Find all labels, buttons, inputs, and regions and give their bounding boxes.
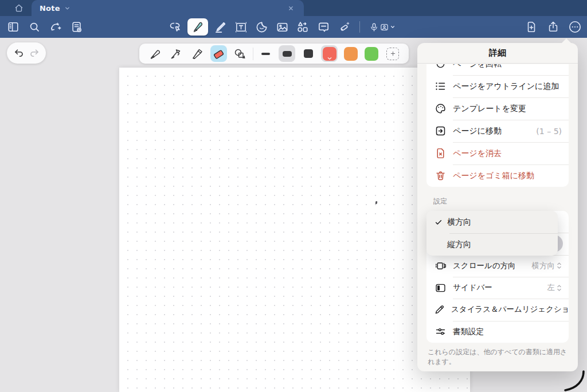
window-tab-strip: Note xyxy=(0,0,587,16)
updown-chevron-icon xyxy=(557,262,562,269)
ai-rotate-icon[interactable] xyxy=(47,18,64,36)
home-icon xyxy=(14,3,24,13)
settings-footer-note: これらの設定は、他のすべての書類に適用されます。 xyxy=(428,347,569,367)
green-swatch xyxy=(365,47,378,61)
scroll-direction-value: 横方向 xyxy=(532,261,562,271)
elements-icon[interactable] xyxy=(294,18,311,36)
thick-stroke-swatch xyxy=(304,49,313,58)
add-page-icon[interactable] xyxy=(523,18,540,36)
felt-pen-icon[interactable] xyxy=(189,45,206,62)
rotate-page-icon xyxy=(433,64,447,70)
more-options-icon[interactable] xyxy=(566,18,584,36)
palette-icon xyxy=(433,103,447,115)
stylus-icon xyxy=(433,304,445,316)
options-divider xyxy=(253,48,253,60)
fountain-pen-icon[interactable] xyxy=(147,45,163,62)
orange-swatch xyxy=(344,47,358,61)
menu-item-move-to-trash[interactable]: ページをゴミ箱に移動 xyxy=(426,164,569,187)
medium-stroke-swatch xyxy=(283,51,292,57)
page-overview-icon[interactable] xyxy=(68,18,85,36)
sidebar-position-value: 左 xyxy=(547,283,562,293)
menu-item-add-to-outline[interactable]: ページをアウトラインに追加 xyxy=(426,75,569,97)
page-actions-group: ページを回転 ページをアウトラインに追加 テンプレートを変更 ページに移動 (1… xyxy=(426,64,569,187)
details-popup: 詳細 ページを回転 ページをアウトラインに追加 テンプレートを変更 xyxy=(417,43,578,371)
chevron-down-icon[interactable] xyxy=(64,5,71,11)
image-icon[interactable] xyxy=(273,18,291,36)
settings-row-sidebar[interactable]: サイドバー 左 xyxy=(426,277,569,299)
shape-recognition-icon[interactable] xyxy=(232,45,248,62)
toolbar-left-group xyxy=(5,16,85,38)
brush-pen-icon[interactable] xyxy=(168,45,185,62)
pen-icon xyxy=(191,20,205,34)
laser-pointer-icon[interactable] xyxy=(335,18,353,36)
stroke-width-medium[interactable] xyxy=(279,45,295,62)
eraser-icon xyxy=(212,47,225,61)
checkmark-icon xyxy=(435,218,447,226)
trash-icon xyxy=(433,170,447,182)
settings-row-stylus[interactable]: スタイラス＆パームリジェクション xyxy=(426,299,569,320)
share-icon[interactable] xyxy=(545,18,562,36)
lasso-icon[interactable] xyxy=(167,18,184,36)
menu-item-clear-page[interactable]: ページを消去 xyxy=(426,142,569,164)
undo-icon[interactable] xyxy=(13,47,25,59)
eraser-tool-button[interactable] xyxy=(210,45,227,62)
tab-close-icon[interactable] xyxy=(285,3,296,13)
outline-list-icon xyxy=(433,80,447,92)
popup-title: 詳細 xyxy=(417,43,578,64)
notebook-icon[interactable] xyxy=(5,18,22,36)
menu-item-go-to-page[interactable]: ページに移動 (1 – 5) xyxy=(426,120,569,142)
settings-section-label: 設定 xyxy=(433,197,447,206)
clear-page-icon xyxy=(433,147,447,159)
ink-mark xyxy=(375,201,377,204)
highlighter-icon[interactable] xyxy=(212,18,229,36)
red-swatch xyxy=(323,47,336,61)
home-button[interactable] xyxy=(8,1,30,15)
tab-title: Note xyxy=(40,4,60,13)
toolbar-right-group xyxy=(523,16,584,38)
stroke-width-thin[interactable] xyxy=(257,45,274,62)
page-range-value: (1 – 5) xyxy=(536,127,562,136)
chevron-down-icon xyxy=(390,24,396,30)
settings-row-scroll-direction[interactable]: スクロールの方向 横方向 xyxy=(426,255,569,277)
sidebar-position-icon xyxy=(433,282,447,294)
popup-caret xyxy=(561,38,572,44)
sliders-icon xyxy=(433,326,447,338)
recording-tools-button[interactable] xyxy=(367,22,398,33)
menu-item-rotate-page-clipped[interactable]: ページを回転 xyxy=(426,64,569,75)
add-color-button[interactable] xyxy=(385,45,401,62)
dropdown-option-portrait[interactable]: 縦方向 xyxy=(426,233,558,256)
color-swatch-orange[interactable] xyxy=(342,45,359,62)
ink-stroke xyxy=(562,370,587,392)
redo-icon[interactable] xyxy=(28,47,40,59)
text-box-icon[interactable] xyxy=(232,18,249,36)
go-to-page-icon xyxy=(433,125,447,137)
tool-options-bar xyxy=(139,44,409,64)
scroll-direction-icon xyxy=(433,260,447,272)
stroke-width-thick[interactable] xyxy=(300,45,316,62)
chevron-down-icon xyxy=(327,57,332,60)
document-tab[interactable]: Note xyxy=(32,0,304,16)
orientation-dropdown: 横方向 縦方向 xyxy=(426,211,558,256)
search-icon[interactable] xyxy=(26,18,43,36)
settings-row-document-settings[interactable]: 書類設定 xyxy=(426,321,569,343)
thin-stroke-swatch xyxy=(261,53,270,55)
menu-item-change-template[interactable]: テンプレートを変更 xyxy=(426,97,569,120)
dropdown-option-landscape[interactable]: 横方向 xyxy=(426,211,558,233)
pen-tool-button[interactable] xyxy=(187,18,208,36)
color-swatch-red[interactable] xyxy=(321,45,338,62)
add-color-icon xyxy=(386,48,399,60)
sticker-icon[interactable] xyxy=(253,18,270,36)
toolbar-tools-group xyxy=(167,16,398,38)
camera-icon xyxy=(380,23,389,32)
note-icon[interactable] xyxy=(315,18,332,36)
updown-chevron-icon xyxy=(557,284,562,292)
microphone-icon xyxy=(369,22,379,33)
main-toolbar xyxy=(0,16,587,38)
color-swatch-green[interactable] xyxy=(363,45,380,62)
undo-redo-bar xyxy=(7,42,46,64)
toolbar-divider xyxy=(359,21,360,33)
